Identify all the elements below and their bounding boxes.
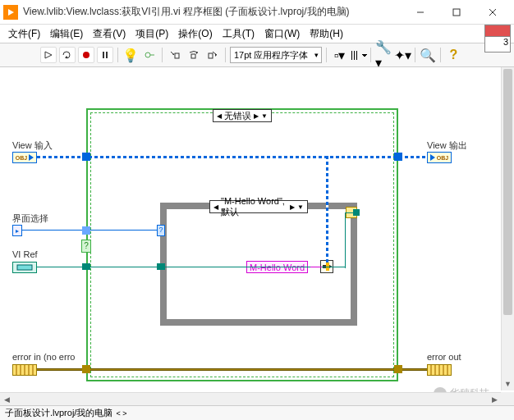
wire-viref-v: [345, 212, 346, 268]
scroll-corner: [501, 392, 514, 405]
window-title: View.lvlib:View.lvclass:获取VI引用.vi 程序框图 (…: [23, 5, 402, 19]
highlight-exec-button[interactable]: 💡: [122, 47, 139, 63]
error-out-terminal[interactable]: [427, 364, 452, 376]
wire-view-v: [326, 156, 328, 262]
svg-rect-9: [106, 52, 108, 58]
svg-marker-6: [65, 56, 68, 58]
step-over-button[interactable]: [186, 47, 202, 63]
view-in-terminal[interactable]: OBJ: [12, 152, 37, 163]
cleanup-button[interactable]: ✦▾: [394, 47, 411, 63]
status-bar: 子面板设计.lvproj/我的电脑 < >: [0, 405, 514, 420]
help-button[interactable]: ?: [445, 47, 461, 63]
run-button[interactable]: [40, 47, 57, 63]
svg-rect-16: [209, 53, 213, 58]
error-out-label: error out: [427, 352, 461, 362]
view-in-label: View 输入: [12, 139, 53, 152]
minimize-button[interactable]: [402, 1, 438, 24]
case-next-icon[interactable]: ▶: [290, 203, 295, 211]
svg-rect-8: [103, 52, 104, 58]
connector-pane[interactable]: 3: [484, 25, 511, 52]
step-into-button[interactable]: [167, 47, 183, 63]
svg-rect-14: [191, 54, 195, 58]
case-prev-icon[interactable]: ◀: [213, 203, 218, 211]
tunnel-page-sel: [82, 226, 90, 235]
menu-file[interactable]: 文件(F): [3, 25, 45, 43]
scroll-down-icon[interactable]: ▼: [502, 377, 514, 390]
reorder-button[interactable]: 🔧▾: [375, 47, 392, 63]
horizontal-scrollbar[interactable]: ◀ ▶: [0, 392, 501, 405]
scroll-left-icon[interactable]: ◀: [0, 393, 13, 405]
align-button[interactable]: ▫▾: [331, 47, 347, 63]
outer-case-selector-terminal[interactable]: ?: [81, 240, 91, 253]
run-continuous-button[interactable]: [59, 47, 76, 63]
wire-view: [37, 156, 427, 158]
scroll-thumb-v[interactable]: [503, 69, 512, 315]
page-sel-label: 界面选择: [12, 212, 48, 225]
font-select[interactable]: 17pt 应用程序字体: [230, 47, 322, 63]
title-bar: View.lvlib:View.lvclass:获取VI引用.vi 程序框图 (…: [0, 0, 514, 25]
error-in-label: error in (no erro: [12, 352, 75, 362]
vi-ref-label: VI Ref: [12, 249, 38, 259]
svg-marker-0: [8, 9, 14, 16]
wire-string: [310, 267, 322, 267]
case-menu-icon[interactable]: ▼: [261, 112, 268, 120]
case-prev-icon[interactable]: ◀: [217, 112, 222, 120]
svg-point-7: [83, 52, 89, 58]
block-diagram-canvas[interactable]: View 输入 OBJ View 输出 OBJ 界面选择 ▸ VI Ref er…: [0, 67, 514, 405]
vertical-scrollbar[interactable]: ▲ ▼: [501, 67, 514, 390]
search-button[interactable]: 🔍: [420, 47, 436, 63]
view-out-terminal[interactable]: OBJ: [427, 152, 452, 163]
tunnel-err-in: [82, 365, 90, 373]
menu-window[interactable]: 窗口(W): [259, 25, 305, 43]
menu-tools[interactable]: 工具(T): [218, 25, 259, 43]
tunnel-viref-inner: [157, 263, 165, 270]
svg-point-10: [145, 52, 150, 57]
inner-case-selector[interactable]: ◀ "M-Hello Word", 默认 ▶ ▼: [209, 200, 308, 213]
status-arrows[interactable]: < >: [116, 409, 126, 418]
tunnel-viref-inner-out: [353, 209, 360, 216]
svg-marker-5: [45, 52, 52, 58]
tunnel-view-in: [82, 153, 90, 161]
svg-rect-2: [453, 9, 460, 16]
tunnel-err-out: [394, 365, 402, 373]
wire-page-sel: [22, 230, 162, 231]
status-path: 子面板设计.lvproj/我的电脑: [5, 407, 112, 419]
menu-project[interactable]: 项目(P): [131, 25, 173, 43]
pause-button[interactable]: [97, 47, 113, 63]
menu-help[interactable]: 帮助(H): [305, 25, 348, 43]
outer-case-selector[interactable]: ◀ 无错误 ▶ ▼: [213, 109, 272, 122]
svg-rect-12: [175, 53, 179, 58]
menu-edit[interactable]: 编辑(E): [45, 25, 88, 43]
maximize-button[interactable]: [438, 1, 475, 24]
menu-bar: 文件(F) 编辑(E) 查看(V) 项目(P) 操作(O) 工具(T) 窗口(W…: [0, 25, 514, 43]
close-button[interactable]: [475, 1, 511, 24]
step-out-button[interactable]: [204, 47, 221, 63]
case-next-icon[interactable]: ▶: [254, 112, 259, 120]
scroll-right-icon[interactable]: ▶: [488, 393, 501, 405]
page-sel-terminal[interactable]: ▸: [12, 225, 22, 236]
tunnel-viref: [82, 263, 90, 270]
retain-wire-button[interactable]: [141, 47, 158, 63]
menu-view[interactable]: 查看(V): [88, 25, 131, 43]
toolbar: 💡 17pt 应用程序字体 ▫▾ ⫼▾ 🔧▾ ✦▾ 🔍 ?: [0, 43, 514, 67]
error-in-terminal[interactable]: [12, 364, 37, 376]
tunnel-view-out: [394, 153, 402, 161]
case-menu-icon[interactable]: ▼: [297, 203, 304, 211]
vi-ref-terminal[interactable]: [12, 262, 37, 273]
app-icon: [3, 5, 18, 20]
connector-num: 3: [485, 37, 510, 47]
inner-case-selector-terminal[interactable]: ?: [157, 225, 165, 236]
view-out-label: View 输出: [427, 139, 467, 152]
distribute-button[interactable]: ⫼▾: [350, 47, 366, 63]
menu-operate[interactable]: 操作(O): [173, 25, 217, 43]
abort-button[interactable]: [78, 47, 94, 63]
wire-error: [37, 368, 427, 371]
svg-rect-18: [17, 265, 32, 270]
